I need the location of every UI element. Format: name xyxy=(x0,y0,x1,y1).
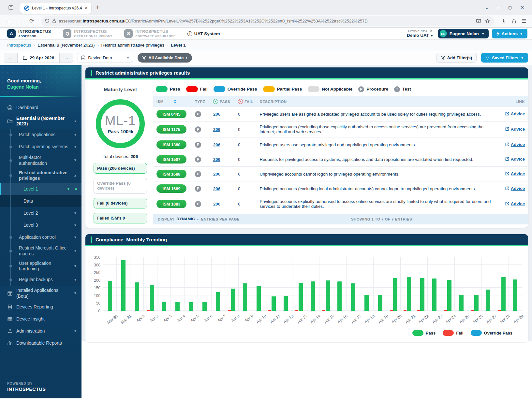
save-page-icon[interactable] xyxy=(476,19,481,23)
product-assessor[interactable]: A INTROSPECTUSASSESSOR xyxy=(5,28,57,39)
product-software-assurance[interactable]: S INTROSPECTUSSOFTWARE ASSURANCE xyxy=(118,28,182,39)
sidebar-item-user-application-hardening[interactable]: User application hardening▼ xyxy=(0,259,81,274)
fail-bar[interactable] xyxy=(295,310,298,311)
ism-pill-button[interactable]: ISM 1689 xyxy=(156,184,186,193)
window-icon[interactable] xyxy=(6,3,16,12)
breadcrumb-item[interactable]: Essential 8 (November 2023) xyxy=(38,43,95,48)
sidebar-item-level-3[interactable]: Level 3▼ xyxy=(0,219,81,231)
advice-link[interactable]: Advice xyxy=(505,186,525,191)
breadcrumb-item[interactable]: Restrict administrative privileges xyxy=(101,43,164,48)
pass-count-link[interactable]: 206 xyxy=(213,127,220,132)
actions-button[interactable]: Actions ▼ xyxy=(492,29,527,38)
pass-bar[interactable] xyxy=(311,281,315,311)
browser-tab[interactable]: Level 1 - Introspectus v26.4.21.3 ✕ xyxy=(20,3,91,14)
shield-icon[interactable] xyxy=(45,19,50,23)
sidebar-item-multi-factor-authentication[interactable]: Multi-factor authentication▼ xyxy=(0,153,81,168)
sidebar-item-level-2[interactable]: Level 2▼ xyxy=(0,207,81,219)
pass-bar[interactable] xyxy=(474,295,479,311)
sidebar-item-regular-backups[interactable]: Regular backups▼ xyxy=(0,274,81,286)
downloads-icon[interactable] xyxy=(501,19,506,24)
fail-bar[interactable] xyxy=(417,310,420,311)
back-button[interactable]: ← xyxy=(3,16,13,26)
status-button-override[interactable]: Override Pass (0 devices) xyxy=(94,178,147,193)
pass-bar[interactable] xyxy=(202,302,207,311)
pass-count-link[interactable]: 206 xyxy=(213,172,220,177)
pass-bar[interactable] xyxy=(420,278,424,311)
fail-bar[interactable] xyxy=(498,310,501,311)
sidebar-item-devices-reporting[interactable]: Devices Reporting xyxy=(0,301,81,313)
share-icon[interactable] xyxy=(511,19,516,24)
fail-bar[interactable] xyxy=(471,310,474,311)
all-available-data-button[interactable]: All Available Data › xyxy=(138,53,192,63)
pass-bar[interactable] xyxy=(326,280,330,311)
advice-link[interactable]: Advice xyxy=(505,111,525,116)
sidebar-item-dashboard[interactable]: Dashboard xyxy=(0,102,81,114)
status-button-fail[interactable]: Fail (0 devices) xyxy=(94,198,147,208)
fail-bar[interactable] xyxy=(147,310,150,311)
pass-bar[interactable] xyxy=(351,283,355,311)
pass-bar[interactable] xyxy=(486,290,490,311)
pass-bar[interactable] xyxy=(447,280,451,311)
pass-bar[interactable] xyxy=(257,286,261,311)
tab-list-caret-icon[interactable]: ⌄ xyxy=(485,5,489,10)
sort-icon[interactable] xyxy=(174,99,176,104)
advice-link[interactable]: Advice xyxy=(505,171,525,176)
pass-bar[interactable] xyxy=(135,282,139,311)
prev-date-button[interactable]: ← xyxy=(4,53,17,63)
maximize-button[interactable]: ▢ xyxy=(508,5,512,10)
sidebar-item-essential-8-november-2023-[interactable]: Essential 8 (November 2023)▲ xyxy=(0,114,81,129)
pass-bar[interactable] xyxy=(108,281,112,311)
sidebar-item-device-insight[interactable]: Device Insight xyxy=(0,313,81,325)
pass-bar[interactable] xyxy=(272,296,276,311)
sidebar-item-downloadable-reports[interactable]: Downloadable Reports xyxy=(0,337,81,349)
tab-close-icon[interactable]: ✕ xyxy=(84,6,88,10)
bookmark-star-icon[interactable] xyxy=(485,19,490,23)
ism-pill-button[interactable]: ISM 1380 xyxy=(156,140,186,149)
status-button-failed[interactable]: Failed ISM's 0 xyxy=(94,213,147,223)
pass-bar[interactable] xyxy=(337,281,342,311)
sidebar-item-restrict-microsoft-office-macros[interactable]: Restrict Microsoft Office macros▼ xyxy=(0,243,81,258)
add-filters-button[interactable]: Add Filter(s) xyxy=(436,53,477,63)
pass-bar[interactable] xyxy=(378,295,382,311)
close-window-button[interactable]: ✕ xyxy=(520,5,524,10)
sidebar-item-patch-operating-systems[interactable]: Patch operating systems▼ xyxy=(0,141,81,153)
reload-button[interactable]: ⟳ xyxy=(27,16,37,26)
lock-icon[interactable] xyxy=(52,19,56,23)
sidebar-item-restrict-administrative-privileges[interactable]: Restrict administrative privileges▲ xyxy=(0,168,81,183)
sidebar-item-level-1[interactable]: Level 1▼ xyxy=(0,183,81,195)
date-picker[interactable]: 29 Apr 2026 xyxy=(17,53,60,63)
ism-pill-button[interactable]: ISM 0445 xyxy=(156,110,186,118)
pass-bar[interactable] xyxy=(393,278,397,311)
pass-count-link[interactable]: 206 xyxy=(213,112,220,117)
data-source-select[interactable]: Device Data ▼ xyxy=(78,53,133,63)
pass-count-link[interactable]: 206 xyxy=(213,142,220,147)
pass-bar[interactable] xyxy=(284,296,288,311)
ism-pill-button[interactable]: ISM 1507 xyxy=(156,155,186,164)
pass-bar[interactable] xyxy=(216,292,220,311)
breadcrumb-item[interactable]: Introspectus xyxy=(7,43,31,48)
pass-count-link[interactable]: 206 xyxy=(213,186,220,191)
sidebar-item-patch-applications[interactable]: Patch applications▼ xyxy=(0,129,81,141)
pass-bar[interactable] xyxy=(299,283,303,311)
new-tab-button[interactable]: + xyxy=(96,4,100,11)
active-realm[interactable]: ACTIVE REALM: Demo UAT ▼ xyxy=(407,29,434,38)
advice-link[interactable]: Advice xyxy=(505,142,525,147)
pass-bar[interactable] xyxy=(121,260,126,311)
advice-link[interactable]: Advice xyxy=(505,127,525,132)
pass-bar[interactable] xyxy=(175,302,180,311)
forward-button[interactable]: → xyxy=(15,16,25,26)
next-date-button[interactable]: → xyxy=(60,53,73,63)
entries-per-page-select[interactable]: DYNAMIC⌄ xyxy=(177,217,199,221)
advice-link[interactable]: Advice xyxy=(505,201,525,206)
menu-icon[interactable]: ☰ xyxy=(522,18,526,24)
pass-bar[interactable] xyxy=(150,285,154,311)
advice-link[interactable]: Advice xyxy=(505,157,525,162)
ism-pill-button[interactable]: ISM 1883 xyxy=(156,200,186,208)
pass-bar[interactable] xyxy=(513,279,517,311)
pass-bar[interactable] xyxy=(231,289,235,311)
col-header-ism[interactable]: ISM xyxy=(156,100,164,104)
ism-pill-button[interactable]: ISM 1688 xyxy=(156,170,186,178)
sidebar-item-application-control[interactable]: Application control▼ xyxy=(0,231,81,243)
fail-bar[interactable] xyxy=(322,310,325,311)
pass-count-link[interactable]: 206 xyxy=(213,157,220,162)
